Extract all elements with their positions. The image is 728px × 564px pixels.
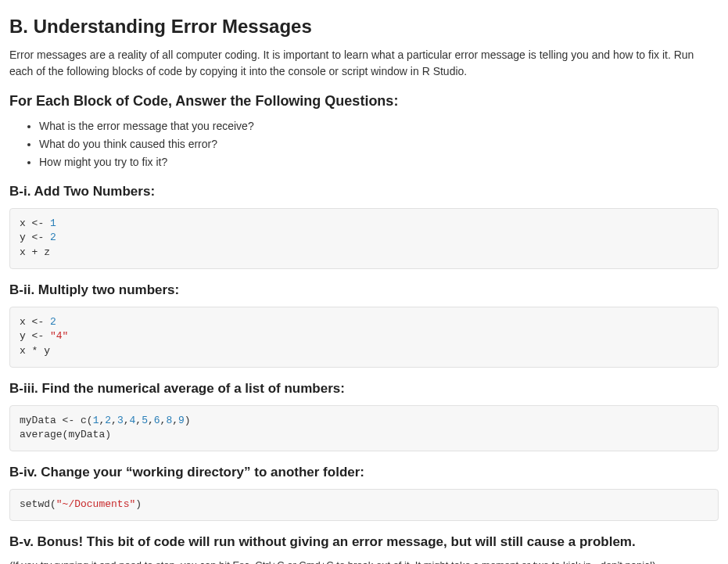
list-item: What is the error message that you recei… xyxy=(39,118,719,135)
list-item: How might you try to fix it? xyxy=(39,154,719,171)
questions-heading: For Each Block of Code, Answer the Follo… xyxy=(9,91,719,112)
intro-paragraph: Error messages are a reality of all comp… xyxy=(9,47,719,80)
code-text: , xyxy=(124,415,130,426)
code-text: , xyxy=(148,415,154,426)
code-text: x * y xyxy=(20,345,50,357)
code-text: y <- xyxy=(20,232,50,243)
code-number: 6 xyxy=(154,415,160,426)
heading-biii: B-iii. Find the numerical average of a l… xyxy=(9,379,719,399)
code-text: x <- xyxy=(20,316,50,328)
code-string: "~/Documents" xyxy=(56,498,135,510)
code-number: 2 xyxy=(105,415,111,426)
code-text: average(myData) xyxy=(20,429,111,440)
code-text: setwd( xyxy=(20,498,56,510)
code-text: , xyxy=(172,415,178,426)
code-text: y <- xyxy=(20,330,50,342)
code-text: ) xyxy=(135,498,142,510)
codeblock-bii[interactable]: x <- 2 y <- "4" x * y xyxy=(9,307,719,368)
questions-list: What is the error message that you recei… xyxy=(9,118,719,171)
heading-bii: B-ii. Multiply two numbers: xyxy=(9,280,719,300)
code-string: "4" xyxy=(50,330,68,342)
list-item: What do you think caused this error? xyxy=(39,136,719,153)
code-number: 5 xyxy=(142,415,148,426)
code-text: , xyxy=(135,415,142,426)
code-text: myData <- c( xyxy=(20,415,93,426)
heading-biv: B-iv. Change your “working directory” to… xyxy=(9,462,719,483)
note-bv: (If you try running it and need to stop,… xyxy=(9,558,719,564)
codeblock-biv[interactable]: setwd("~/Documents") xyxy=(9,489,719,521)
code-number: 9 xyxy=(178,415,185,426)
code-text: x <- xyxy=(20,217,50,229)
codeblock-biii[interactable]: myData <- c(1,2,3,4,5,6,8,9) average(myD… xyxy=(9,405,719,452)
code-text: ) xyxy=(185,415,191,426)
section-title: B. Understanding Error Messages xyxy=(9,13,719,41)
codeblock-bi[interactable]: x <- 1 y <- 2 x + z xyxy=(9,208,719,270)
heading-bv: B-v. Bonus! This bit of code will run wi… xyxy=(9,532,719,552)
code-number: 2 xyxy=(50,316,56,328)
code-text: , xyxy=(111,415,117,426)
code-number: 1 xyxy=(50,217,56,229)
code-text: x + z xyxy=(20,246,50,258)
code-number: 3 xyxy=(117,415,124,426)
code-number: 2 xyxy=(50,232,56,243)
heading-bi: B-i. Add Two Numbers: xyxy=(9,181,719,202)
